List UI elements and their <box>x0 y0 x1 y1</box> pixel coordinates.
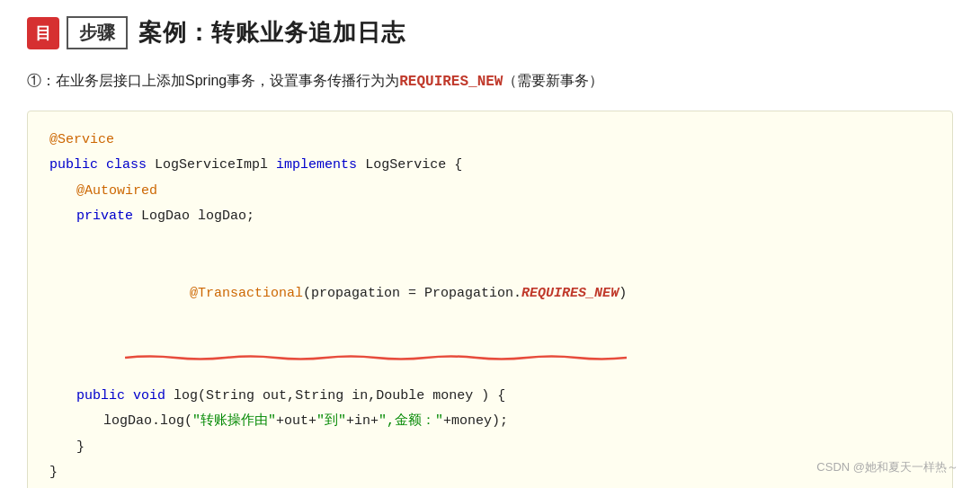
code-line-8: } <box>76 435 931 461</box>
page-container: 目 步骤 案例：转账业务追加日志 ①：在业务层接口上添加Spring事务，设置事… <box>0 0 980 488</box>
desc-suffix: （需要新事务） <box>503 73 603 88</box>
code-line-1: @Service <box>49 128 931 154</box>
step-icon: 目 <box>27 17 59 49</box>
code-line-7: logDao.log("转账操作由"+out+"到"+in+",金额："+mon… <box>103 409 931 435</box>
icon-label: 目 <box>35 22 51 44</box>
code-line-3: @Autowired <box>76 179 931 205</box>
code-line-9: } <box>49 460 931 486</box>
step-label: 步骤 <box>67 16 128 49</box>
code-line-5: @Transactional(propagation = Propagation… <box>76 230 931 384</box>
description-line: ①：在业务层接口上添加Spring事务，设置事务传播行为为REQUIRES_NE… <box>27 69 953 94</box>
code-line-6: public void log(String out,String in,Dou… <box>76 384 931 410</box>
code-line-2: public class LogServiceImpl implements L… <box>49 153 931 179</box>
code-block: @Service public class LogServiceImpl imp… <box>27 111 953 488</box>
header-row: 目 步骤 案例：转账业务追加日志 <box>27 16 953 49</box>
page-title: 案例：转账业务追加日志 <box>138 17 405 49</box>
requires-new-text: REQUIRES_NEW <box>399 74 503 90</box>
code-line-4: private LogDao logDao; <box>76 204 931 230</box>
watermark: CSDN @她和夏天一样热～ <box>816 459 958 475</box>
desc-prefix: ①：在业务层接口上添加Spring事务，设置事务传播行为为 <box>27 73 399 88</box>
